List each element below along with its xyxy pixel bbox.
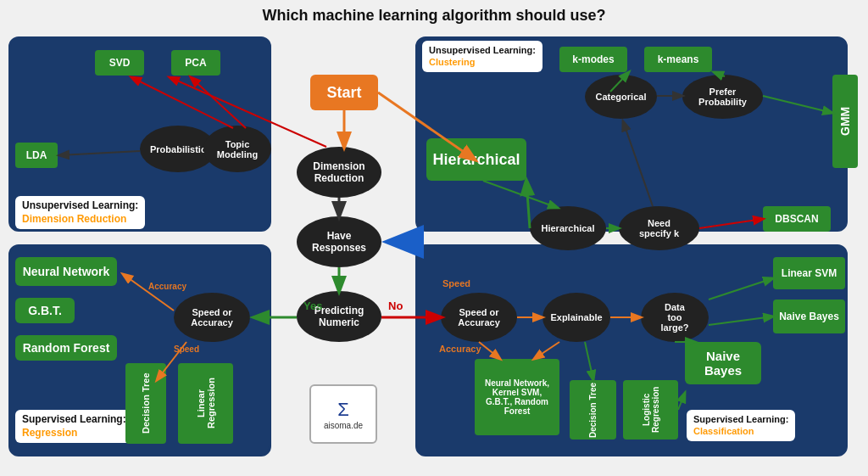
svd-box: SVD: [95, 50, 144, 76]
gbt-box: G.B.T.: [15, 298, 75, 323]
k-means-box: k-means: [644, 47, 712, 72]
logistic-regression-box: Logistic Regression: [623, 380, 678, 440]
dimension-reduction-ellipse: DimensionReduction: [297, 147, 381, 198]
main-title: Which machine learning algorithm should …: [0, 0, 868, 28]
speed-accuracy-mid-ellipse: Speed orAccuracy: [441, 293, 517, 342]
decision-tree-left-box: Decision Tree: [125, 363, 166, 444]
aisoma-label: aisoma.de: [324, 421, 363, 430]
speed-accuracy-left-ellipse: Speed orAccuracy: [174, 293, 250, 342]
gmm-box: GMM: [832, 75, 858, 168]
dbscan-box: DBSCAN: [763, 206, 831, 232]
neural-network-left-box: Neural Network: [15, 257, 117, 286]
lda-box: LDA: [15, 143, 58, 168]
label-unsup-cluster: Unsupervised Learning: Clustering: [422, 41, 542, 72]
decision-tree-right-box: Decision Tree: [570, 380, 616, 440]
hierarchical-big-box: Hierarchical: [426, 138, 526, 181]
need-specify-k-ellipse: Needspecify k: [619, 206, 699, 250]
start-box: Start: [310, 75, 378, 110]
random-forest-box: Random Forest: [15, 335, 117, 361]
label-unsup-dim: Unsupervised Learning: Dimension Reducti…: [15, 196, 145, 229]
svg-text:No: No: [388, 300, 403, 312]
hierarchical-ellipse: Hierarchical: [530, 206, 606, 250]
naive-bayes-right-box: Naive Bayes: [773, 300, 845, 333]
explainable-ellipse: Explainable: [542, 293, 610, 342]
k-modes-box: k-modes: [559, 47, 627, 72]
data-too-large-ellipse: Datatoolarge?: [641, 293, 709, 342]
have-responses-ellipse: HaveResponses: [297, 216, 381, 267]
naive-bayes-mid-box: Naive Bayes: [685, 342, 761, 384]
predicting-numeric-ellipse: PredictingNumeric: [297, 291, 381, 342]
sigma-box: Σ aisoma.de: [309, 384, 377, 444]
topic-modeling-ellipse: Topic Modeling: [203, 126, 271, 172]
neural-network-right-box: Neural Network, Kernel SVM, G.B.T., Rand…: [475, 359, 559, 435]
prefer-probability-ellipse: PreferProbability: [682, 75, 763, 119]
pca-box: PCA: [171, 50, 220, 76]
linear-svm-box: Linear SVM: [773, 257, 845, 289]
categorical-ellipse: Categorical: [585, 75, 657, 119]
linear-regression-box: Linear Regression: [178, 363, 233, 444]
sigma-symbol: Σ: [337, 399, 349, 421]
label-sup-regression: Supervised Learning: Regression: [15, 410, 133, 443]
label-sup-classification: Supervised Learning: Classification: [687, 410, 795, 441]
